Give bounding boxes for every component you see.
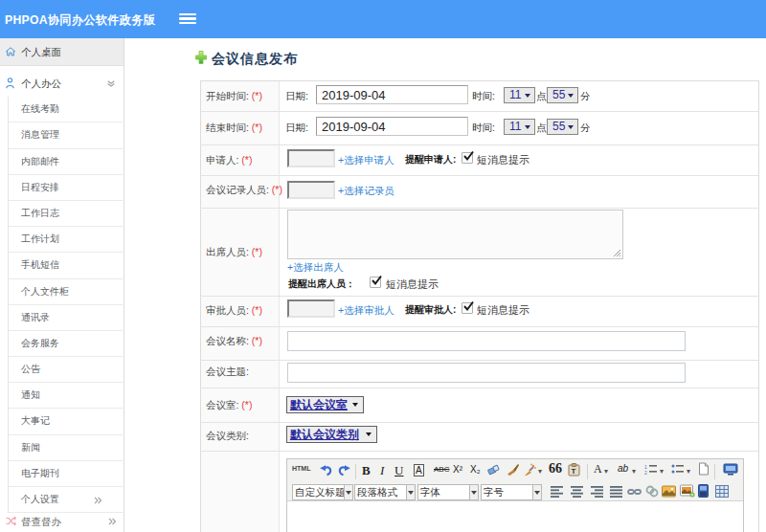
svg-text:T: T (572, 467, 576, 476)
svg-text:2: 2 (644, 470, 647, 476)
